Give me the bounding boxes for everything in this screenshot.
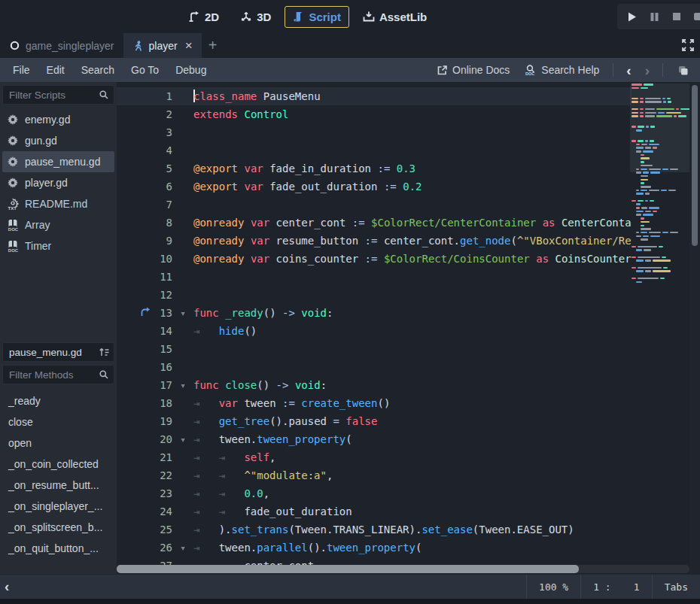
code-line-15[interactable]: 15 xyxy=(117,340,632,358)
code-line-9[interactable]: 9@onready var resume_button := center_co… xyxy=(117,232,632,250)
code-line-3[interactable]: 3 xyxy=(117,123,632,141)
code-line-17[interactable]: 17▾func close() -> void: xyxy=(117,376,632,394)
script-item-Array[interactable]: DOCArray xyxy=(2,214,114,235)
svg-text:TXT: TXT xyxy=(8,206,17,211)
pause-button[interactable] xyxy=(647,9,662,24)
menubar-separator xyxy=(662,63,663,77)
code-line-22[interactable]: 22⇥⇥^"modulate:a", xyxy=(117,466,632,484)
mode-tab-2d[interactable]: 2D xyxy=(181,7,227,27)
mode-tab-script[interactable]: Script xyxy=(285,6,349,28)
add-scene-tab-button[interactable]: + xyxy=(202,33,224,58)
minimap-row xyxy=(641,221,689,223)
method-item-_on_singleplayer_[interactable]: _on_singleplayer_... xyxy=(2,496,114,517)
zoom-indicator[interactable]: 100 % xyxy=(527,575,580,599)
menu-search[interactable]: Search xyxy=(73,64,123,76)
script-item-Timer[interactable]: DOCTimer xyxy=(2,235,114,256)
svg-text:DOC: DOC xyxy=(8,227,19,232)
online-docs-button[interactable]: Online Docs xyxy=(431,64,516,76)
menus: FileEditSearchGo ToDebug xyxy=(5,64,215,76)
script-item-gun.gd[interactable]: gun.gd xyxy=(2,130,114,151)
code-line-7[interactable]: 7 xyxy=(117,196,632,214)
code-line-23[interactable]: 23⇥⇥0.0, xyxy=(117,484,632,502)
code-line-26[interactable]: 26▾⇥tween.parallel().tween_property( xyxy=(117,539,632,557)
method-item-_on_resume_butt[interactable]: _on_resume_butt... xyxy=(2,475,114,496)
minimap-row xyxy=(641,217,689,220)
collapse-sidebar-button[interactable]: ‹ xyxy=(0,578,14,595)
minimap-row xyxy=(636,193,689,195)
method-item-_on_coin_collected[interactable]: _on_coin_collected xyxy=(2,454,114,475)
code-line-6[interactable]: 6@export var fade_out_duration := 0.2 xyxy=(117,178,632,196)
search-help-icon: DOC xyxy=(525,64,537,76)
tab-indent-marker: ⇥ xyxy=(193,322,219,340)
doc-icon: DOC xyxy=(7,219,19,231)
vertical-scrollbar[interactable] xyxy=(689,82,700,574)
editor-topbar: 2D3DScriptAssetLib xyxy=(0,0,700,33)
search-help-button[interactable]: DOC Search Help xyxy=(519,64,605,76)
minimap-row xyxy=(641,238,689,241)
close-tab-icon[interactable]: × xyxy=(185,39,193,52)
toggle-scripts-panel-button[interactable] xyxy=(671,64,695,77)
code-line-10[interactable]: 10@onready var coins_counter := $ColorRe… xyxy=(117,250,632,268)
expand-editor-button[interactable] xyxy=(680,38,695,53)
menu-edit[interactable]: Edit xyxy=(38,64,73,76)
code-line-13[interactable]: 13▾func _ready() -> void: xyxy=(117,304,632,322)
horizontal-scrollbar-thumb[interactable] xyxy=(117,565,579,573)
indent-type-indicator[interactable]: Tabs xyxy=(653,575,700,599)
code-line-24[interactable]: 24⇥⇥fade_out_duration xyxy=(117,502,632,521)
code-line-16[interactable]: 16 xyxy=(117,358,632,376)
code-line-2[interactable]: 2extends Control xyxy=(117,105,632,123)
mode-tab-3d[interactable]: 3D xyxy=(233,7,278,27)
menu-file[interactable]: File xyxy=(5,64,38,76)
code-editor[interactable]: 1class_name PauseMenu2extends Control345… xyxy=(117,82,700,574)
vertical-scrollbar-thumb[interactable] xyxy=(692,85,698,246)
minimap-row xyxy=(636,232,689,234)
method-item-_on_splitscreen_b[interactable]: _on_splitscreen_b... xyxy=(2,517,114,538)
minimap-row xyxy=(636,190,689,192)
history-back-button[interactable]: ‹ xyxy=(621,63,636,77)
code-text: @onready var coins_counter := $ColorRect… xyxy=(193,250,632,268)
menu-debug[interactable]: Debug xyxy=(167,64,215,76)
fold-arrow-icon[interactable]: ▾ xyxy=(172,544,193,552)
online-docs-label: Online Docs xyxy=(452,64,510,76)
method-item-close[interactable]: close xyxy=(2,411,114,433)
script-item-README.md[interactable]: TXTREADME.md xyxy=(2,193,114,214)
method-override-icon[interactable] xyxy=(139,306,153,320)
sort-methods-button[interactable] xyxy=(98,346,111,359)
stop-button[interactable] xyxy=(669,9,684,24)
line-number: 8 xyxy=(117,217,172,229)
movie-mode-button[interactable] xyxy=(692,9,700,24)
code-line-8[interactable]: 8@onready var center_cont := $ColorRect/… xyxy=(117,214,632,232)
method-item-_ready[interactable]: _ready xyxy=(2,390,114,411)
code-line-12[interactable]: 12 xyxy=(117,286,632,304)
scene-tab-game_singleplayer[interactable]: game_singleplayer xyxy=(0,33,123,58)
horizontal-scrollbar[interactable] xyxy=(117,565,689,573)
menu-go-to[interactable]: Go To xyxy=(123,64,167,76)
code-line-11[interactable]: 11 xyxy=(117,268,632,286)
play-button[interactable] xyxy=(625,9,640,24)
script-item-player.gd[interactable]: player.gd xyxy=(2,172,114,193)
method-item-open[interactable]: open xyxy=(2,433,114,454)
script-item-enemy.gd[interactable]: enemy.gd xyxy=(2,109,114,130)
tab-indent-marker: ⇥ xyxy=(219,502,245,521)
method-item-_on_quit_button_[interactable]: _on_quit_button_... xyxy=(2,538,114,559)
code-line-5[interactable]: 5@export var fade_in_duration := 0.3 xyxy=(117,159,632,178)
mode-tab-assetlib[interactable]: AssetLib xyxy=(355,7,434,27)
code-line-21[interactable]: 21⇥⇥self, xyxy=(117,448,632,466)
code-minimap[interactable] xyxy=(632,83,689,574)
fold-arrow-icon[interactable]: ▾ xyxy=(172,436,193,444)
code-line-14[interactable]: 14⇥hide() xyxy=(117,322,632,340)
history-forward-button[interactable]: › xyxy=(640,63,655,77)
minimap-viewport[interactable] xyxy=(630,83,690,172)
script-item-label: player.gd xyxy=(25,177,68,189)
code-line-19[interactable]: 19⇥get_tree().paused = false xyxy=(117,412,632,430)
scene-tab-player[interactable]: player× xyxy=(123,33,202,58)
code-line-25[interactable]: 25⇥).set_trans(Tween.TRANS_LINEAR).set_e… xyxy=(117,521,632,539)
fold-arrow-icon[interactable]: ▾ xyxy=(172,381,193,390)
script-item-pause_menu.gd[interactable]: pause_menu.gd xyxy=(2,151,114,172)
code-line-18[interactable]: 18⇥var tween := create_tween() xyxy=(117,394,632,412)
tab-indent-marker: ⇥ xyxy=(193,394,219,412)
fold-arrow-icon[interactable]: ▾ xyxy=(172,309,193,317)
code-line-20[interactable]: 20▾⇥tween.tween_property( xyxy=(117,430,632,448)
code-line-1[interactable]: 1class_name PauseMenu xyxy=(117,87,632,105)
code-line-4[interactable]: 4 xyxy=(117,141,632,159)
